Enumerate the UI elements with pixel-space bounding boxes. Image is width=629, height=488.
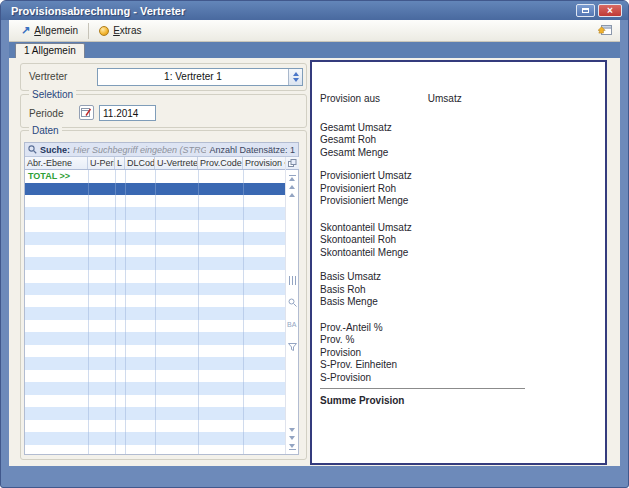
detail-label: Provisioniert Roh [320, 183, 595, 196]
column-header-dlcode[interactable]: DLCode [125, 157, 155, 169]
column-header-u-vertreter[interactable]: U-Vertreter [155, 157, 198, 169]
detail-label: Basis Roh [320, 284, 595, 297]
column-header-prov-code[interactable]: Prov.Code [198, 157, 243, 169]
grid-nav-strip: BA [285, 157, 298, 454]
summe-provision-label: Summe Provision [320, 395, 595, 408]
spinner-down-icon [293, 78, 299, 82]
restore-button[interactable] [576, 4, 595, 17]
menu-allgemein[interactable]: ↗ Allgemein [15, 23, 84, 38]
columns-icon [288, 276, 297, 285]
detail-label: Skontoanteil Menge [320, 247, 595, 260]
data-grid: Suche: Anzahl Datensätze: 1 Abr.-Ebene U… [24, 142, 299, 455]
detail-label: Basis Menge [320, 296, 595, 309]
column-divider [155, 170, 156, 454]
detail-label: Prov. % [320, 334, 595, 347]
calendar-icon [81, 107, 92, 118]
detail-label: Provisioniert Menge [320, 195, 595, 208]
grid-nav-prev-page-button[interactable] [289, 185, 295, 189]
first-row-icon [289, 175, 296, 176]
close-button[interactable]: × [598, 4, 622, 17]
record-count: Anzahl Datensätze: 1 [209, 145, 295, 155]
prev-row-icon [289, 193, 295, 197]
magnifier-icon [288, 298, 297, 307]
detail-label: Provisioniert Umsatz [320, 170, 595, 183]
window-title: Provisionsabrechnung - Vertreter [11, 5, 185, 17]
column-header-provision[interactable]: Provision € [243, 157, 286, 169]
menu-allgemein-label: Allgemein [34, 25, 78, 36]
column-divider [243, 170, 244, 454]
detail-label: Skontoanteil Roh [320, 234, 595, 247]
column-divider [88, 170, 89, 454]
detail-provision-aus-label: Provision aus [320, 93, 425, 106]
grid-nav-first-button[interactable] [289, 174, 296, 181]
column-divider [198, 170, 199, 454]
provision-detail-panel: Provision aus Umsatz Gesamt Umsatz Gesam… [310, 60, 607, 465]
sort-icon: BA [287, 320, 297, 329]
column-divider [125, 170, 126, 454]
filter-icon [288, 343, 297, 351]
detail-label: Prov.-Anteil % [320, 322, 595, 335]
periode-label: Periode [29, 108, 63, 119]
next-page-icon [289, 428, 295, 432]
periode-calendar-button[interactable] [79, 105, 94, 120]
first-row-arrow-icon [289, 177, 295, 181]
close-icon: × [607, 6, 613, 16]
daten-caption: Daten [29, 125, 62, 136]
grid-sort-button[interactable]: BA [287, 315, 297, 333]
preview-window-button[interactable] [598, 22, 612, 40]
detail-label: Basis Umsatz [320, 271, 595, 284]
selektion-groupbox: Selektion Periode [20, 94, 307, 128]
grid-search-bar: Suche: Anzahl Datensätze: 1 [25, 143, 298, 157]
menu-extras-label: Extras [113, 25, 141, 36]
vertreter-label: Vertreter [29, 71, 67, 82]
detail-label: Gesamt Roh [320, 134, 595, 147]
column-chooser-button[interactable] [286, 157, 299, 170]
grid-nav-prev-button[interactable] [289, 193, 295, 197]
tab-content: Vertreter 1: Vertreter 1 Selektion Perio… [9, 58, 620, 466]
svg-text:BA: BA [287, 321, 297, 328]
periode-input[interactable] [99, 105, 156, 121]
vertreter-spinner[interactable] [288, 69, 302, 85]
column-header-abr-ebene[interactable]: Abr.-Ebene [25, 157, 88, 169]
app-window: Provisionsabrechnung - Vertreter × ↗ All… [0, 0, 629, 488]
vertreter-select[interactable]: 1: Vertreter 1 [97, 68, 303, 86]
titlebar[interactable]: Provisionsabrechnung - Vertreter × [1, 1, 628, 20]
column-header-u-periode[interactable]: U-Periode [88, 157, 115, 169]
detail-label: S-Prov. Einheiten [320, 359, 595, 372]
grid-columns-button[interactable] [288, 271, 297, 289]
detail-label: Gesamt Umsatz [320, 122, 595, 135]
detail-provision-aus-value: Umsatz [428, 93, 462, 104]
grid-nav-next-button[interactable] [289, 436, 295, 440]
prev-page-icon [289, 185, 295, 189]
menu-extras[interactable]: Extras [93, 23, 147, 38]
menu-bar: ↗ Allgemein Extras [9, 20, 620, 42]
preview-window-icon [598, 23, 612, 36]
search-icon [28, 145, 37, 154]
daten-groupbox: Daten Suche: Anzahl Datensätze: 1 Ab [20, 130, 307, 460]
detail-label: Provision [320, 347, 595, 360]
detail-label: Gesamt Menge [320, 147, 595, 160]
search-label: Suche: [40, 145, 70, 155]
arrow-up-right-icon: ↗ [21, 25, 30, 36]
restore-icon [582, 8, 589, 13]
last-row-arrow-icon [289, 444, 295, 448]
tab-allgemein[interactable]: 1 Allgemein [15, 43, 85, 58]
last-row-icon [289, 449, 296, 450]
search-input[interactable] [73, 145, 206, 155]
grid-nav-next-page-button[interactable] [289, 428, 295, 432]
vertreter-value: 1: Vertreter 1 [98, 69, 288, 85]
extras-icon [99, 26, 109, 36]
detail-label: Skontoanteil Umsatz [320, 222, 595, 235]
grid-filter-button[interactable] [288, 337, 297, 355]
grid-search-button[interactable] [288, 293, 297, 311]
column-divider [115, 170, 116, 454]
next-row-icon [289, 436, 295, 440]
column-chooser-icon [288, 159, 297, 167]
detail-separator [320, 388, 525, 389]
detail-label: S-Provision [320, 372, 595, 385]
spinner-up-icon [293, 72, 299, 76]
column-header-l[interactable]: L [115, 157, 125, 169]
window-body: ↗ Allgemein Extras 1 Allgemein [9, 20, 620, 466]
grid-nav-last-button[interactable] [289, 444, 296, 451]
tab-strip: 1 Allgemein [9, 42, 620, 58]
